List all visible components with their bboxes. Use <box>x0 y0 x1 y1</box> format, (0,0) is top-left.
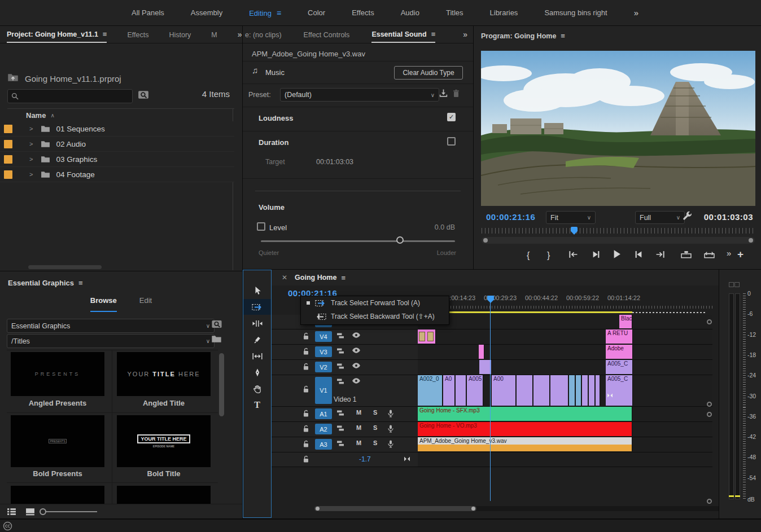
install-motion-graphics-icon[interactable] <box>211 320 222 328</box>
program-zoom-scrollbar[interactable] <box>482 237 755 244</box>
step-forward-button[interactable] <box>635 250 642 258</box>
clip-a002-0[interactable]: A002_0 <box>418 375 443 406</box>
timeline-hscrollbar-track[interactable] <box>314 506 719 511</box>
project-overflow-chevron[interactable]: » <box>238 30 242 39</box>
track-lane-a1[interactable]: Going Home - SFX.mp3 <box>418 407 712 422</box>
workspace-tab-color[interactable]: Color <box>308 8 325 17</box>
expand-chevron-icon[interactable]: > <box>29 156 33 162</box>
clip-v1-12[interactable] <box>596 375 600 406</box>
find-bin-icon[interactable] <box>138 90 149 99</box>
go-to-in-button[interactable] <box>568 250 578 258</box>
clip-a005[interactable]: A005 <box>467 375 483 406</box>
clip-v1-5[interactable] <box>517 375 533 406</box>
track-header-a3[interactable]: A3MS <box>272 437 418 452</box>
voiceover-record-icon[interactable] <box>388 440 393 448</box>
lock-icon[interactable] <box>303 440 309 448</box>
duration-checkbox[interactable]: ✓ <box>447 137 456 146</box>
track-header-master[interactable]: -1.7 <box>272 452 418 467</box>
project-tab-effects[interactable]: Effects <box>127 27 148 42</box>
workspace-tab-audio[interactable]: Audio <box>401 8 419 17</box>
button-editor-plus[interactable]: + <box>737 248 743 261</box>
clip-v4-0[interactable] <box>418 329 436 344</box>
graphics-tab-browse[interactable]: Browse <box>90 296 117 312</box>
lock-icon[interactable] <box>303 385 309 393</box>
track-output-eye-icon[interactable] <box>352 363 361 368</box>
sync-lock-icon[interactable] <box>336 440 344 447</box>
search-input[interactable] <box>7 89 133 103</box>
zoom-level-dropdown[interactable]: Fit ∨ <box>546 211 596 224</box>
lock-icon[interactable] <box>303 348 309 355</box>
label-color-swatch[interactable] <box>4 170 12 179</box>
solo-button[interactable]: S <box>373 439 377 446</box>
workspace-tab-titles[interactable]: Titles <box>446 8 463 17</box>
graphics-source-dropdown[interactable]: Essential Graphics ∨ <box>7 319 215 333</box>
workspace-tab-all-panels[interactable]: All Panels <box>132 8 164 17</box>
list-column-header[interactable]: Name ∧ <box>7 108 234 122</box>
level-checkbox[interactable]: ✓ <box>257 222 265 231</box>
panel-menu-icon[interactable]: ≡ <box>561 32 565 40</box>
track-lane-v4[interactable]: A RETU <box>418 329 712 345</box>
loudness-checkbox[interactable]: ✓ <box>447 113 456 121</box>
creative-cloud-sync-icon[interactable] <box>3 521 12 531</box>
step-back-button[interactable] <box>592 250 600 258</box>
slip-tool[interactable] <box>243 348 271 364</box>
work-area-bar[interactable] <box>418 311 632 313</box>
label-color-swatch[interactable] <box>4 125 12 133</box>
hand-tool[interactable] <box>243 381 271 397</box>
workspace-tab-assembly[interactable]: Assembly <box>191 8 222 17</box>
panel-menu-icon[interactable]: ≡ <box>431 30 436 38</box>
track-lane-v3[interactable]: Adobe <box>418 345 712 360</box>
track-header-a2[interactable]: A2MS <box>272 422 418 437</box>
clip-v1-7[interactable] <box>550 375 568 406</box>
track-output-eye-icon[interactable] <box>352 378 361 384</box>
go-to-out-button[interactable] <box>655 250 665 258</box>
timeline-hscrollbar-handle[interactable] <box>314 506 476 511</box>
clip-a005-c[interactable]: A005_C <box>606 360 633 374</box>
track-target-a1[interactable]: A1 <box>315 408 332 419</box>
clip-a00[interactable]: A00 <box>492 375 516 406</box>
clip-v1-8[interactable] <box>569 375 575 406</box>
track-lane-v1[interactable]: A002_0A0A005A00A005_C <box>418 375 712 407</box>
track-target-v1[interactable]: V1 <box>315 377 332 404</box>
clip-blac[interactable]: Blac <box>619 315 632 328</box>
tool-menu-item-track-select-forward-tool-a[interactable]: Track Select Forward Tool (A) <box>301 296 449 310</box>
workspace-tab-libraries[interactable]: Libraries <box>490 8 518 17</box>
close-sequence-icon[interactable]: ✕ <box>282 274 287 282</box>
save-preset-icon[interactable] <box>439 89 448 98</box>
loudness-section-label[interactable]: Loudness <box>259 114 293 122</box>
audio-scroll-dot[interactable] <box>707 412 712 417</box>
label-color-swatch[interactable] <box>4 155 12 164</box>
mark-out-button[interactable]: } <box>547 250 550 261</box>
video-scroll-dot2[interactable] <box>707 402 712 407</box>
selection-tool[interactable] <box>243 283 271 298</box>
sync-lock-icon[interactable] <box>336 425 344 432</box>
project-bin-row-01-sequences[interactable]: >01 Sequences <box>0 121 234 137</box>
track-target-a3[interactable]: A3 <box>315 439 332 450</box>
workspace-menu-icon[interactable]: ≡ <box>277 8 281 17</box>
audio-meter-panel[interactable]: 0-6-12-18-24-30-36-42-48-54dB <box>719 270 761 518</box>
clear-audio-type-button[interactable]: Clear Audio Type <box>394 66 463 80</box>
play-button[interactable] <box>613 249 621 259</box>
timeline-playhead-line[interactable] <box>490 296 491 501</box>
thumbnail-view-button[interactable] <box>25 508 35 516</box>
track-lane-master[interactable] <box>418 452 712 467</box>
track-select-forward-tool[interactable] <box>243 299 271 315</box>
clip-going-home-sfx-mp3[interactable]: Going Home - SFX.mp3 <box>418 407 632 421</box>
workspace-tab-effects[interactable]: Effects <box>352 8 374 17</box>
clip-apm-adobe-going-home-v3-wav[interactable]: APM_Adobe_Going Home_v3.wav <box>418 437 632 451</box>
mark-in-button[interactable]: { <box>527 250 530 261</box>
clip-going-home-vo-mp3[interactable]: Going Home - VO.mp3 <box>418 422 632 436</box>
new-folder-icon[interactable] <box>211 335 222 343</box>
sort-direction-icon[interactable]: ∧ <box>50 112 54 118</box>
track-target-a2[interactable]: A2 <box>315 424 332 434</box>
project-tab-project-going-home-v11-1[interactable]: Project: Going Home_v11.1≡ <box>7 26 107 43</box>
sync-lock-icon[interactable] <box>336 332 344 339</box>
template-bold-title[interactable]: YOUR TITLE HEREEPISODE NAMEBold Title <box>113 350 218 412</box>
video-scroll-dot[interactable] <box>707 319 712 324</box>
razor-tool[interactable] <box>243 332 271 348</box>
essential-sound-tab-essential-sound[interactable]: Essential Sound≡ <box>371 26 435 43</box>
template-grid-scrollbar[interactable] <box>219 353 224 416</box>
project-bin-row-04-footage[interactable]: >04 Footage <box>0 167 234 182</box>
graphics-folder-dropdown[interactable]: /Titles ∨ <box>7 334 215 348</box>
project-tab-m[interactable]: M <box>211 27 217 42</box>
